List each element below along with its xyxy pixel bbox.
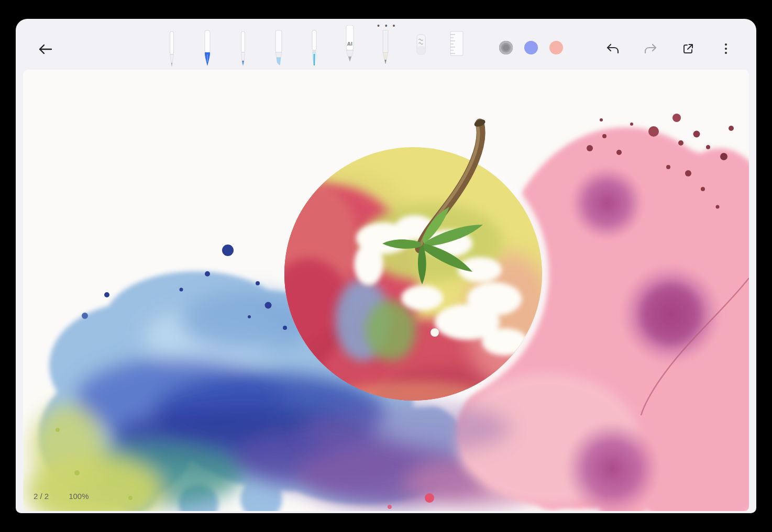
- ai-pen-icon: AI: [342, 25, 358, 67]
- tool-highlighter[interactable]: [271, 28, 286, 70]
- device-frame: • • •: [0, 0, 772, 532]
- toolbar: • • •: [16, 19, 756, 70]
- eraser-icon: [413, 30, 429, 72]
- color-swatch-gray[interactable]: [499, 41, 513, 54]
- more-options-button[interactable]: [714, 37, 737, 60]
- tool-ruler[interactable]: [449, 28, 465, 70]
- calligraphy-pen-icon: [235, 29, 251, 71]
- drawing-app-window: • • •: [16, 19, 756, 513]
- color-swatch-periwinkle[interactable]: [524, 41, 538, 54]
- drawing-canvas[interactable]: 2 / 2 100%: [23, 70, 749, 511]
- tool-ai-pen[interactable]: AI: [342, 25, 358, 67]
- ai-pen-label: AI: [347, 41, 352, 47]
- toolbar-actions: [601, 37, 737, 60]
- redo-icon: [644, 42, 657, 55]
- undo-icon: [606, 42, 620, 55]
- tool-ballpoint-pen[interactable]: [164, 29, 180, 71]
- watercolor-artwork: [23, 70, 749, 511]
- tool-pencil[interactable]: [378, 28, 393, 70]
- color-swatches: [499, 41, 563, 54]
- share-export-button[interactable]: [677, 37, 700, 60]
- tool-eraser[interactable]: [413, 30, 429, 72]
- tool-calligraphy-pen[interactable]: [235, 29, 251, 71]
- share-export-icon: [682, 42, 694, 55]
- undo-button[interactable]: [601, 37, 624, 60]
- more-vertical-icon: [724, 42, 728, 55]
- redo-button[interactable]: [639, 37, 662, 60]
- canvas-statusbar: 2 / 2 100%: [34, 492, 89, 501]
- pencil-icon: [378, 28, 393, 70]
- color-swatch-salmon[interactable]: [549, 41, 563, 54]
- zoom-level: 100%: [69, 492, 89, 501]
- fountain-pen-icon: [200, 29, 215, 71]
- pen-toolbar: AI: [164, 22, 465, 72]
- ballpoint-pen-icon: [164, 29, 180, 71]
- brush-icon: [306, 28, 322, 70]
- page-indicator: 2 / 2: [34, 492, 49, 501]
- arrow-left-icon: [38, 43, 52, 55]
- highlighter-icon: [271, 28, 286, 70]
- tool-fountain-pen-selected[interactable]: [200, 29, 215, 71]
- tool-brush[interactable]: [306, 28, 322, 70]
- ruler-icon: [449, 28, 465, 70]
- back-button[interactable]: [34, 38, 57, 61]
